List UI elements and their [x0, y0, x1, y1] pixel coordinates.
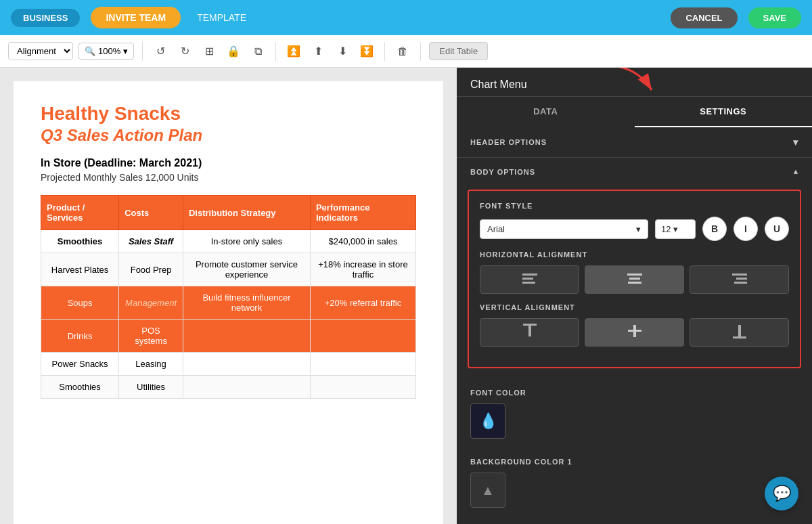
font-family-select[interactable]: Arial ▾: [480, 219, 648, 239]
triangle-icon: ▲: [481, 483, 495, 498]
invite-team-button[interactable]: INVITE TEAM: [91, 7, 181, 28]
valign-bottom-icon: [733, 324, 746, 341]
valign-middle-icon: [628, 324, 641, 341]
font-color-section: FONT COLOR 💧: [457, 379, 812, 448]
tab-data[interactable]: DATA: [457, 97, 635, 127]
delete-icon[interactable]: 🗑: [393, 42, 412, 61]
zoom-icon: 🔍: [85, 46, 95, 56]
cell-product: Smoothies: [41, 376, 119, 399]
cell-performance: +20% referral traffic: [310, 286, 415, 320]
save-button[interactable]: SAVE: [748, 7, 801, 28]
cell-performance: [310, 376, 415, 399]
divider-2: [275, 42, 276, 61]
redo-icon[interactable]: ↻: [175, 42, 194, 61]
bold-button[interactable]: B: [702, 217, 727, 241]
copy-icon[interactable]: ⧉: [248, 42, 267, 61]
svg-rect-7: [732, 274, 747, 276]
cell-product: Drinks: [41, 320, 119, 353]
header-options-label: HEADER OPTIONS: [470, 138, 547, 146]
alignment-select[interactable]: Alignment: [8, 42, 73, 60]
italic-button[interactable]: I: [734, 217, 758, 241]
header-options-toggle[interactable]: HEADER OPTIONS: [470, 137, 798, 148]
svg-rect-14: [733, 336, 746, 339]
cell-distribution: [183, 320, 310, 353]
up-icon[interactable]: ⬆: [309, 42, 328, 61]
font-size-select[interactable]: 12 ▾: [655, 219, 696, 239]
font-style-label: FONT STYLE: [480, 202, 789, 210]
bg-color-swatch[interactable]: ▲: [470, 473, 505, 508]
grid-icon[interactable]: ⊞: [200, 42, 219, 61]
chat-button[interactable]: 💬: [765, 477, 798, 510]
tab-settings[interactable]: SETTINGS: [635, 97, 813, 127]
table-row-orange: Drinks POS systems: [41, 320, 416, 353]
edit-table-button[interactable]: Edit Table: [429, 42, 488, 60]
svg-rect-4: [627, 274, 642, 276]
svg-rect-10: [523, 324, 537, 326]
toolbar: Alignment 🔍 100% ▾ ↺ ↻ ⊞ 🔒 ⧉ ⏫ ⬆ ⬇ ⏬ 🗑 E…: [0, 35, 812, 68]
template-label: TEMPLATE: [197, 12, 246, 23]
cell-product: Smoothies: [41, 230, 119, 253]
lock-icon[interactable]: 🔒: [224, 42, 243, 61]
horizontal-alignment-label: HORIZONTAL ALIGNMENT: [480, 250, 789, 259]
svg-rect-9: [734, 282, 747, 284]
valign-top-button[interactable]: [480, 318, 579, 347]
valign-middle-button[interactable]: [585, 318, 684, 347]
cell-distribution: [183, 376, 310, 399]
down-icon[interactable]: ⬇: [333, 42, 352, 61]
cell-costs: Utilities: [119, 376, 183, 399]
align-center-button[interactable]: [585, 265, 684, 294]
divider-4: [420, 42, 421, 61]
undo-icon[interactable]: ↺: [151, 42, 170, 61]
align-left-button[interactable]: [480, 265, 579, 294]
top-bar: BUSINESS INVITE TEAM TEMPLATE CANCEL SAV…: [0, 0, 812, 35]
body-options-header: BODY OPTIONS: [457, 158, 812, 190]
font-chevron-icon: ▾: [636, 224, 641, 234]
right-panel: Chart Menu DATA SETTINGS HEAD: [457, 68, 812, 524]
double-up-icon[interactable]: ⏫: [284, 42, 303, 61]
table-row: Smoothies Sales Staff In-store only sale…: [41, 230, 416, 253]
cell-performance: +18% increase in store traffic: [310, 253, 415, 286]
data-table: Product / Services Costs Distribution St…: [41, 195, 416, 399]
canvas-heading: In Store (Deadline: March 2021): [41, 157, 416, 169]
body-options-label: BODY OPTIONS: [470, 168, 535, 176]
cell-distribution: In-store only sales: [183, 230, 310, 253]
underline-button[interactable]: U: [765, 217, 789, 241]
table-row: Power Snacks Leasing: [41, 353, 416, 376]
divider-1: [142, 42, 143, 61]
cell-performance: $240,000 in sales: [310, 230, 415, 253]
panel-tabs: DATA SETTINGS: [457, 97, 812, 127]
align-left-icon: [522, 272, 537, 287]
cell-distribution: Build fitness influencer network: [183, 286, 310, 320]
svg-rect-2: [522, 278, 533, 280]
horizontal-alignment-row: [480, 265, 789, 294]
cell-costs: Sales Staff: [119, 230, 183, 253]
bg-color-section: BACKGROUND COLOR 1 ▲: [457, 448, 812, 517]
col-header-distribution: Distribution Strategy: [183, 196, 310, 230]
cell-distribution: [183, 353, 310, 376]
font-color-swatch[interactable]: 💧: [470, 403, 505, 439]
cell-distribution: Promote customer service experience: [183, 253, 310, 286]
cancel-button[interactable]: CANCEL: [671, 7, 737, 28]
table-row: Harvest Plates Food Prep Promote custome…: [41, 253, 416, 286]
body-options-chevron: [794, 167, 798, 176]
cell-product: Soups: [41, 286, 119, 320]
cell-performance: [310, 353, 415, 376]
svg-rect-1: [522, 274, 537, 276]
valign-bottom-button[interactable]: [690, 318, 789, 347]
cell-costs: Food Prep: [119, 253, 183, 286]
zoom-control[interactable]: 🔍 100% ▾: [78, 43, 134, 60]
col-header-performance: Performance Indicators: [310, 196, 415, 230]
main-layout: Healthy Snacks Q3 Sales Action Plan In S…: [0, 68, 812, 524]
align-right-button[interactable]: [690, 265, 789, 294]
cell-costs: Leasing: [119, 353, 183, 376]
body-options-toggle[interactable]: BODY OPTIONS: [470, 167, 798, 176]
double-down-icon[interactable]: ⏬: [357, 42, 376, 61]
svg-rect-13: [633, 325, 636, 337]
valign-top-icon: [523, 324, 537, 341]
svg-rect-5: [629, 278, 640, 280]
zoom-chevron: ▾: [123, 46, 128, 56]
business-button[interactable]: BUSINESS: [11, 9, 80, 27]
font-style-row: Arial ▾ 12 ▾ B I U: [480, 217, 789, 241]
water-drop-icon: 💧: [479, 412, 497, 430]
vertical-alignment-label: VERTICAL ALIGNMENT: [480, 303, 789, 311]
